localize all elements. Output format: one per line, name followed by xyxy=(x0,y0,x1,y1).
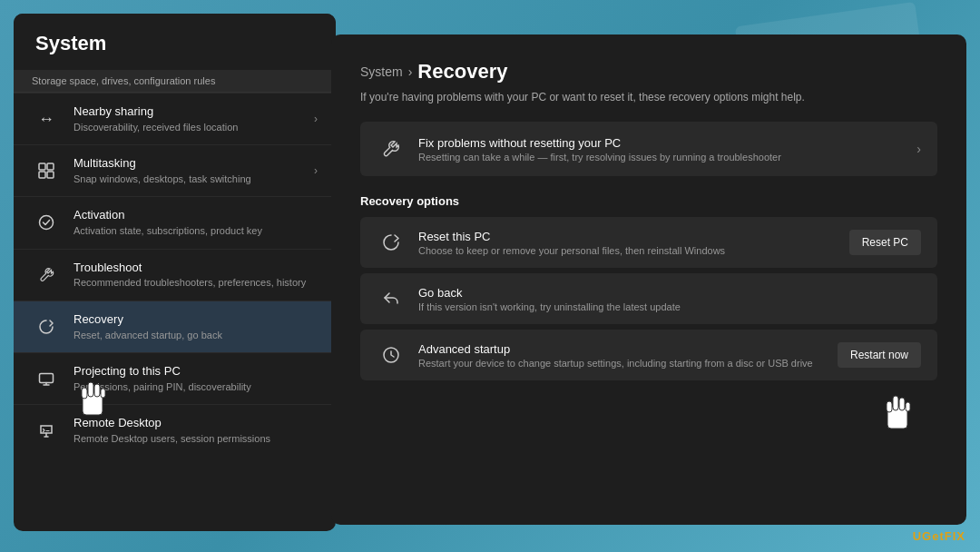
fix-problems-title: Fix problems without resetting your PC xyxy=(418,136,916,150)
svg-rect-0 xyxy=(39,163,45,170)
remote-desktop-subtitle: Remote Desktop users, session permission… xyxy=(74,432,318,445)
recovery-options-list: Reset this PC Choose to keep or remove y… xyxy=(360,217,937,380)
top-bar-text: Storage space, drives, configuration rul… xyxy=(32,75,215,86)
svg-rect-2 xyxy=(39,172,45,178)
reset-pc-button[interactable]: Reset PC xyxy=(849,230,921,255)
multitasking-title: Multitasking xyxy=(74,156,314,172)
sidebar-item-projecting[interactable]: Projecting to this PC Permissions, pairi… xyxy=(14,352,336,404)
recovery-option-advanced-startup: Advanced startup Restart your device to … xyxy=(360,330,937,380)
projecting-subtitle: Permissions, pairing PIN, discoverabilit… xyxy=(74,380,318,393)
activation-icon xyxy=(32,208,61,237)
recovery-subtitle: Reset, advanced startup, go back xyxy=(74,329,318,341)
multitasking-text: Multitasking Snap windows, desktops, tas… xyxy=(74,156,314,185)
go-back-icon xyxy=(377,284,406,313)
sidebar-item-activation[interactable]: Activation Activation state, subscriptio… xyxy=(14,196,336,248)
breadcrumb-separator: › xyxy=(408,64,413,79)
chevron-right-icon: › xyxy=(314,113,318,125)
reset-pc-title: Reset this PC xyxy=(418,230,849,243)
remote-desktop-title: Remote Desktop xyxy=(74,416,318,431)
multitasking-subtitle: Snap windows, desktops, task switching xyxy=(74,172,314,185)
recovery-text: Recovery Reset, advanced startup, go bac… xyxy=(74,312,318,341)
watermark-brand: Get xyxy=(922,529,945,543)
reset-pc-text: Reset this PC Choose to keep or remove y… xyxy=(418,230,849,256)
watermark-suffix: FIX xyxy=(945,529,965,543)
troubleshoot-title: Troubleshoot xyxy=(74,261,318,276)
breadcrumb-system: System xyxy=(360,64,403,79)
page-title: System xyxy=(35,32,314,55)
watermark: UGetFIX xyxy=(913,529,965,543)
recovery-options-label: Recovery options xyxy=(360,194,937,208)
sidebar-item-multitasking[interactable]: Multitasking Snap windows, desktops, tas… xyxy=(14,144,336,196)
activation-text: Activation Activation state, subscriptio… xyxy=(74,208,318,237)
troubleshoot-subtitle: Recommended troubleshooters, preferences… xyxy=(74,276,318,289)
svg-rect-5 xyxy=(40,374,54,383)
advanced-startup-icon xyxy=(377,340,406,370)
sidebar-item-recovery[interactable]: Recovery Reset, advanced startup, go bac… xyxy=(14,301,336,352)
chevron-right-icon: › xyxy=(314,164,318,177)
sidebar-item-nearby-sharing[interactable]: ↔ Nearby sharing Discoverability, receiv… xyxy=(14,93,336,144)
chevron-right-icon: › xyxy=(916,142,921,156)
troubleshoot-text: Troubleshoot Recommended troubleshooters… xyxy=(74,261,318,290)
right-panel: System › Recovery If you're having probl… xyxy=(331,34,966,525)
projecting-icon xyxy=(32,364,61,393)
left-panel-header: System xyxy=(14,14,336,70)
breadcrumb-recovery: Recovery xyxy=(417,60,507,84)
watermark-prefix: U xyxy=(913,529,922,543)
projecting-text: Projecting to this PC Permissions, pairi… xyxy=(74,364,318,393)
breadcrumb: System › Recovery xyxy=(360,60,937,84)
projecting-title: Projecting to this PC xyxy=(74,364,318,380)
fix-problems-card[interactable]: Fix problems without resetting your PC R… xyxy=(360,122,937,176)
advanced-startup-title: Advanced startup xyxy=(418,342,838,356)
advanced-startup-text: Advanced startup Restart your device to … xyxy=(418,342,838,369)
fix-problems-icon xyxy=(377,134,406,163)
sidebar-item-remote-desktop[interactable]: Remote Desktop Remote Desktop users, ses… xyxy=(14,404,336,456)
nearby-sharing-icon: ↔ xyxy=(32,104,61,133)
recovery-description: If you're having problems with your PC o… xyxy=(360,91,937,104)
advanced-startup-subtitle: Restart your device to change startup se… xyxy=(418,358,838,369)
left-panel: System Storage space, drives, configurat… xyxy=(14,14,336,531)
recovery-title: Recovery xyxy=(74,312,318,328)
recovery-option-reset-pc: Reset this PC Choose to keep or remove y… xyxy=(360,217,937,268)
sidebar-item-troubleshoot[interactable]: Troubleshoot Recommended troubleshooters… xyxy=(14,249,336,301)
nearby-sharing-title: Nearby sharing xyxy=(74,104,314,120)
activation-title: Activation xyxy=(74,208,318,223)
activation-subtitle: Activation state, subscriptions, product… xyxy=(74,224,318,237)
remote-desktop-text: Remote Desktop Remote Desktop users, ses… xyxy=(74,416,318,445)
svg-rect-1 xyxy=(47,163,54,170)
top-bar: Storage space, drives, configuration rul… xyxy=(14,70,336,93)
settings-list: ↔ Nearby sharing Discoverability, receiv… xyxy=(14,93,336,456)
fix-problems-subtitle: Resetting can take a while — first, try … xyxy=(418,152,916,163)
multitasking-icon xyxy=(32,156,61,185)
troubleshoot-icon xyxy=(32,261,61,290)
reset-pc-icon xyxy=(377,228,406,257)
reset-pc-subtitle: Choose to keep or remove your personal f… xyxy=(418,245,849,256)
go-back-text: Go back If this version isn't working, t… xyxy=(418,286,921,312)
remote-desktop-icon xyxy=(32,416,61,445)
svg-point-4 xyxy=(40,216,54,230)
svg-rect-3 xyxy=(47,172,54,178)
go-back-title: Go back xyxy=(418,286,921,300)
recovery-option-go-back: Go back If this version isn't working, t… xyxy=(360,273,937,324)
recovery-icon xyxy=(32,312,61,341)
nearby-sharing-text: Nearby sharing Discoverability, received… xyxy=(74,104,314,133)
restart-now-button[interactable]: Restart now xyxy=(838,342,921,368)
fix-problems-text: Fix problems without resetting your PC R… xyxy=(418,136,916,163)
nearby-sharing-subtitle: Discoverability, received files location xyxy=(74,121,314,133)
go-back-subtitle: If this version isn't working, try unins… xyxy=(418,301,921,312)
